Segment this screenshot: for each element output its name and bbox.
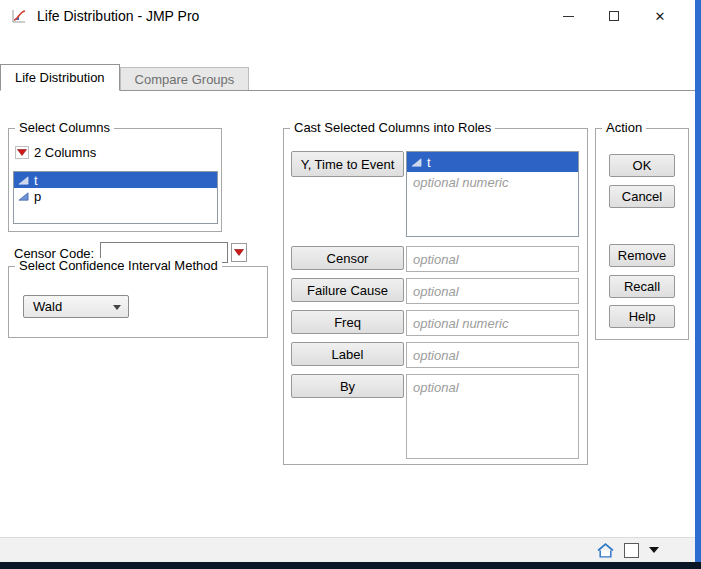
red-triangle-menu-button[interactable] (15, 146, 29, 159)
status-checkbox[interactable] (624, 543, 639, 558)
by-role-button[interactable]: By (291, 374, 404, 398)
y-role-placeholder: optional numeric (407, 172, 578, 190)
continuous-column-icon (18, 176, 29, 185)
action-title: Action (602, 120, 646, 135)
ci-method-selected-value: Wald (33, 299, 62, 314)
cast-roles-panel: Cast Selected Columns into Roles Y, Time… (283, 128, 588, 465)
columns-count-label: 2 Columns (34, 145, 96, 160)
column-item-t[interactable]: t (14, 172, 217, 188)
columns-list[interactable]: t p (13, 171, 218, 224)
y-time-to-event-button[interactable]: Y, Time to Event (291, 151, 404, 177)
maximize-button[interactable] (591, 0, 637, 32)
select-columns-title: Select Columns (15, 120, 114, 135)
ci-method-title: Select Confidence Interval Method (15, 258, 222, 273)
life-distribution-window: Life Distribution - JMP Pro ✕ Life Distr… (0, 0, 701, 569)
censor-role-button[interactable]: Censor (291, 246, 404, 270)
remove-button[interactable]: Remove (609, 244, 675, 267)
home-icon[interactable] (597, 543, 614, 558)
ok-button[interactable]: OK (609, 154, 675, 177)
background-window-edge-right (695, 0, 701, 569)
y-role-item-label: t (427, 155, 431, 170)
minimize-icon (563, 16, 574, 17)
y-role-item-t[interactable]: t (407, 152, 578, 172)
censor-role-field[interactable]: optional (406, 246, 579, 272)
tab-life-distribution[interactable]: Life Distribution (0, 64, 120, 91)
label-role-button[interactable]: Label (291, 342, 404, 366)
tab-strip: Life Distribution Compare Groups (0, 64, 695, 91)
chevron-down-icon (113, 305, 121, 310)
window-controls: ✕ (545, 0, 695, 32)
help-button[interactable]: Help (609, 305, 675, 328)
minimize-button[interactable] (545, 0, 591, 32)
cancel-button[interactable]: Cancel (609, 185, 675, 208)
failure-cause-role-field[interactable]: optional (406, 278, 579, 304)
close-button[interactable]: ✕ (637, 0, 683, 32)
maximize-icon (609, 11, 619, 21)
cast-roles-title: Cast Selected Columns into Roles (290, 120, 495, 135)
failure-cause-role-button[interactable]: Failure Cause (291, 278, 404, 302)
tab-compare-groups[interactable]: Compare Groups (120, 67, 250, 90)
status-bar (0, 537, 695, 562)
column-label: t (34, 173, 38, 188)
recall-button[interactable]: Recall (609, 275, 675, 298)
window-title: Life Distribution - JMP Pro (37, 8, 199, 24)
freq-role-field[interactable]: optional numeric (406, 310, 579, 336)
column-label: p (34, 189, 41, 204)
columns-summary-row: 2 Columns (15, 145, 96, 160)
by-role-field[interactable]: optional (406, 374, 579, 459)
column-item-p[interactable]: p (14, 188, 217, 204)
caret-down-icon[interactable] (649, 547, 659, 553)
ci-method-dropdown[interactable]: Wald (23, 295, 129, 318)
tab-label: Compare Groups (135, 72, 235, 87)
freq-role-button[interactable]: Freq (291, 310, 404, 334)
continuous-column-icon (411, 158, 422, 167)
action-panel: Action OK Cancel Remove Recall Help (595, 128, 689, 340)
title-bar: Life Distribution - JMP Pro ✕ (0, 0, 695, 32)
ci-method-panel: Select Confidence Interval Method Wald (8, 266, 268, 338)
background-window-edge-bottom (0, 562, 701, 569)
jmp-app-icon (10, 7, 28, 25)
censor-code-red-triangle-button[interactable] (231, 243, 247, 262)
continuous-column-icon (18, 192, 29, 201)
close-icon: ✕ (655, 9, 666, 24)
tab-label: Life Distribution (15, 70, 105, 85)
select-columns-panel: Select Columns 2 Columns t p (8, 128, 222, 232)
label-role-field[interactable]: optional (406, 342, 579, 368)
y-role-list[interactable]: t optional numeric (406, 151, 579, 237)
